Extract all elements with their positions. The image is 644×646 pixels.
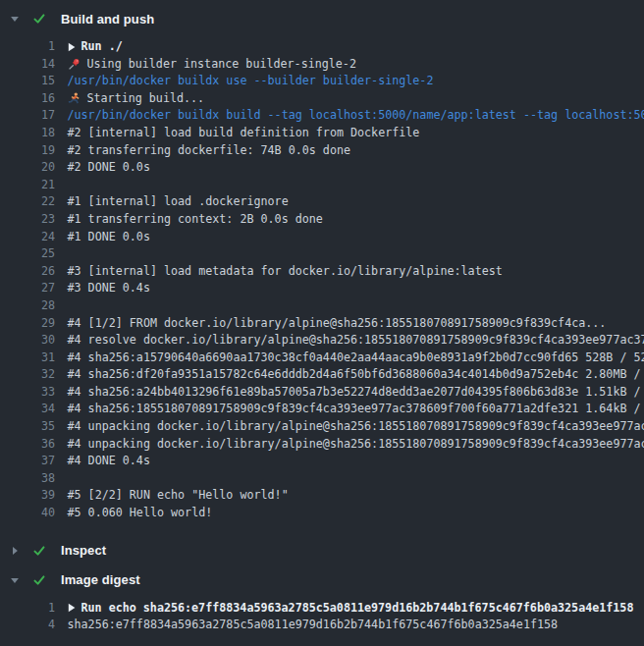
line-text: Run ./ — [55, 38, 644, 56]
line-number[interactable]: 19 — [0, 142, 55, 160]
line-number[interactable]: 31 — [0, 350, 55, 367]
line-text: #1 transferring context: 2B 0.0s done — [55, 211, 644, 229]
chevron-right-icon — [10, 546, 20, 556]
line-number[interactable]: 30 — [0, 332, 55, 350]
line-text-content: #5 0.060 Hello world! — [68, 505, 213, 522]
line-number[interactable]: 32 — [0, 366, 55, 384]
line-number[interactable]: 1 — [0, 600, 55, 618]
line-text: #4 [1/2] FROM docker.io/library/alpine@s… — [55, 315, 644, 333]
step-header[interactable]: Image digest — [0, 569, 644, 591]
log-line: 21 — [0, 177, 644, 194]
line-text-content: Starting build... — [87, 90, 205, 108]
line-number[interactable]: 26 — [0, 263, 55, 281]
line-number[interactable]: 4 — [0, 617, 55, 634]
line-text-content: #4 [1/2] FROM docker.io/library/alpine@s… — [68, 315, 607, 333]
line-number[interactable]: 37 — [0, 453, 55, 470]
line-number[interactable]: 33 — [0, 384, 55, 402]
step-header[interactable]: Inspect — [0, 540, 644, 562]
line-text-content: #2 transferring dockerfile: 74B 0.0s don… — [68, 142, 351, 160]
line-text-content: #4 sha256:df20fa9351a15782c64e6dddb2d4a6… — [68, 366, 644, 384]
log-line: 26 #3 [internal] load metadata for docke… — [0, 263, 644, 281]
line-number[interactable]: 39 — [0, 487, 55, 505]
line-text: /usr/bin/docker buildx build --tag local… — [55, 107, 644, 125]
line-number[interactable]: 20 — [0, 159, 55, 177]
log-step-group: Build and push 1 Run ./ 14 Using builder… — [0, 8, 644, 532]
line-text-content: #4 sha256:185518070891758909c9f839cf4ca3… — [68, 401, 644, 418]
log-line: 32 #4 sha256:df20fa9351a15782c64e6dddb2d… — [0, 366, 644, 384]
line-number[interactable]: 27 — [0, 280, 55, 297]
line-number[interactable]: 15 — [0, 73, 55, 90]
log-line: 1 Run ./ — [0, 38, 644, 56]
log-line: 36 #4 unpacking docker.io/library/alpine… — [0, 436, 644, 454]
line-number[interactable]: 17 — [0, 107, 55, 125]
line-text: #1 [internal] load .dockerignore — [55, 193, 644, 211]
line-number[interactable]: 22 — [0, 193, 55, 211]
expand-run-icon[interactable] — [68, 603, 76, 613]
line-number[interactable]: 36 — [0, 436, 55, 454]
line-number[interactable]: 35 — [0, 418, 55, 436]
line-number[interactable]: 25 — [0, 245, 55, 263]
line-text — [55, 470, 644, 488]
check-icon — [32, 12, 46, 26]
expand-run-icon[interactable] — [68, 42, 76, 52]
step-title: Image digest — [61, 572, 140, 587]
line-text: #1 DONE 0.0s — [55, 229, 644, 246]
chevron-down-icon — [10, 575, 20, 585]
line-number[interactable]: 24 — [0, 229, 55, 246]
line-text: #2 transferring dockerfile: 74B 0.0s don… — [55, 142, 644, 160]
line-number[interactable]: 34 — [0, 401, 55, 418]
log-line: 22 #1 [internal] load .dockerignore — [0, 193, 644, 211]
line-number[interactable]: 18 — [0, 125, 55, 142]
line-text: #3 DONE 0.4s — [55, 280, 644, 297]
chevron-icon[interactable] — [10, 14, 24, 24]
line-number[interactable]: 40 — [0, 505, 55, 522]
line-number[interactable]: 38 — [0, 470, 55, 488]
line-number[interactable]: 21 — [0, 177, 55, 194]
log-line: 39 #5 [2/2] RUN echo "Hello world!" — [0, 487, 644, 505]
log-line: 19 #2 transferring dockerfile: 74B 0.0s … — [0, 142, 644, 160]
log-line: 14 Using builder instance builder-single… — [0, 56, 644, 74]
chevron-down-icon — [10, 14, 20, 24]
runner-icon — [68, 92, 80, 105]
line-text-content: #3 [internal] load metadata for docker.i… — [68, 263, 503, 281]
step-header[interactable]: Build and push — [0, 8, 644, 29]
line-text: #4 resolve docker.io/library/alpine@sha2… — [55, 332, 644, 350]
line-text-content: #1 [internal] load .dockerignore — [68, 193, 289, 211]
line-number[interactable]: 1 — [0, 38, 55, 56]
log-line: 25 — [0, 245, 644, 263]
line-text-content: Using builder instance builder-single-2 — [87, 56, 356, 74]
line-number[interactable]: 14 — [0, 56, 55, 74]
line-text: #4 sha256:185518070891758909c9f839cf4ca3… — [55, 401, 644, 418]
log-line: 17 /usr/bin/docker buildx build --tag lo… — [0, 107, 644, 125]
check-icon — [32, 573, 46, 587]
line-text-content: /usr/bin/docker buildx use --builder bui… — [68, 73, 434, 90]
log-line: 38 — [0, 470, 644, 488]
line-text: #3 [internal] load metadata for docker.i… — [55, 263, 644, 281]
line-text: #5 0.060 Hello world! — [55, 505, 644, 522]
step-log-lines: 1 Run ./ 14 Using builder instance build… — [0, 29, 644, 532]
log-line: 16 Starting build... — [0, 90, 644, 108]
line-text: #4 sha256:df20fa9351a15782c64e6dddb2d4a6… — [55, 366, 644, 384]
line-text-content: Run echo sha256:e7ff8834a5963a2785c5a081… — [81, 600, 634, 618]
log-line: 33 #4 sha256:a24bb4013296f61e89ba57005a7… — [0, 384, 644, 402]
pushpin-icon — [68, 58, 80, 71]
line-number[interactable]: 23 — [0, 211, 55, 229]
chevron-icon[interactable] — [10, 546, 24, 556]
line-number[interactable]: 16 — [0, 90, 55, 108]
log-line: 1 Run echo sha256:e7ff8834a5963a2785c5a0… — [0, 600, 644, 618]
line-number[interactable]: 29 — [0, 315, 55, 333]
line-text: /usr/bin/docker buildx use --builder bui… — [55, 73, 644, 90]
log-line: 37 #4 DONE 0.4s — [0, 453, 644, 470]
line-text — [55, 297, 644, 315]
line-text-content: #4 unpacking docker.io/library/alpine@sh… — [68, 418, 644, 436]
log-step-group: Image digest 1 Run echo sha256:e7ff8834a… — [0, 569, 644, 644]
workflow-log-viewer: Build and push 1 Run ./ 14 Using builder… — [0, 0, 644, 644]
log-groups: Build and push 1 Run ./ 14 Using builder… — [0, 8, 644, 644]
line-text: #2 [internal] load build definition from… — [55, 125, 644, 142]
step-title: Build and push — [61, 12, 154, 27]
line-text-content: #4 unpacking docker.io/library/alpine@sh… — [68, 436, 644, 454]
log-line: 23 #1 transferring context: 2B 0.0s done — [0, 211, 644, 229]
log-line: 31 #4 sha256:a15790640a6690aa1730c38cf0a… — [0, 350, 644, 367]
chevron-icon[interactable] — [10, 575, 24, 585]
line-number[interactable]: 28 — [0, 297, 55, 315]
